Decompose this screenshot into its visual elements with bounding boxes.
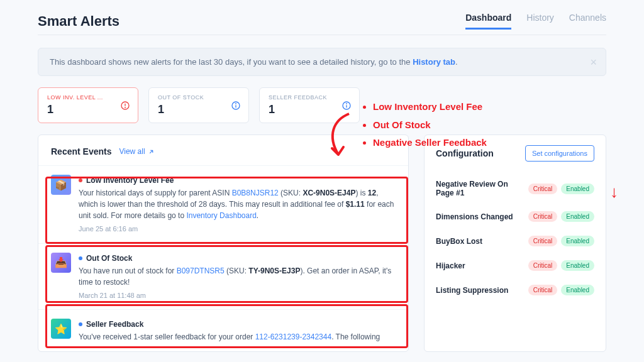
order-link[interactable]: 112-6231239-2342344 [255, 332, 331, 341]
config-row-dimensions[interactable]: Dimensions Changed CriticalEnabled [436, 204, 594, 229]
asin-link[interactable]: B0B8NJSR12 [232, 189, 279, 197]
stat-label: SELLER FEEDBACK [269, 94, 350, 101]
config-name: Negative Review On Page #1 [436, 180, 518, 197]
svg-point-2 [125, 107, 126, 107]
event-item-low-inventory[interactable]: 📦 Low Inventory Level Fee Your historica… [38, 165, 408, 243]
event-thumbnail: ⭐ [51, 319, 71, 339]
annotation-bullet: Out Of Stock [373, 116, 487, 134]
config-row-buybox[interactable]: BuyBox Lost CriticalEnabled [436, 229, 594, 253]
event-timestamp: March 21 at 11:48 am [79, 290, 396, 301]
enabled-badge: Enabled [561, 211, 594, 222]
page-header: Smart Alerts Dashboard History Channels [38, 13, 606, 35]
annotation-arrow-icon [321, 111, 352, 161]
event-title: Seller Feedback [86, 319, 143, 330]
severity-dot-icon [79, 178, 82, 182]
annotation-down-arrow-icon: ↓ [610, 182, 618, 202]
severity-dot-icon [79, 256, 82, 260]
close-icon[interactable]: × [590, 56, 597, 69]
recent-events-title: Recent Events [51, 146, 111, 156]
event-title: Low Inventory Level Fee [86, 175, 174, 186]
set-configurations-button[interactable]: Set configurations [525, 145, 594, 162]
config-row-listing-suppression[interactable]: Listing Suppression CriticalEnabled [436, 278, 594, 302]
event-thumbnail: 📥 [51, 253, 71, 273]
critical-badge: Critical [528, 211, 558, 222]
banner-text: This dashboard shows new alerts for the … [50, 57, 413, 67]
external-link-icon [148, 148, 155, 155]
critical-badge: Critical [528, 285, 558, 295]
stat-value: 1 [158, 103, 240, 116]
annotation-bullet: Negative Seller Feedback [373, 134, 487, 152]
enabled-badge: Enabled [561, 184, 594, 194]
banner-text-after: . [455, 57, 458, 67]
annotation-bullet-list: Low Inventory Level Fee Out Of Stock Neg… [362, 98, 487, 152]
event-title: Out Of Stock [86, 253, 132, 264]
event-body: Out Of Stock You have run out of stock f… [79, 253, 396, 301]
sku: TY-9N0S-EJ3P [248, 266, 300, 275]
stat-out-of-stock[interactable]: OUT OF STOCK 1 [148, 87, 249, 123]
sku: XC-9N0S-EJ4P [303, 189, 355, 197]
recent-events-panel: Recent Events View all 📦 Low Inventory L… [38, 134, 409, 352]
tab-history[interactable]: History [526, 13, 554, 30]
stat-label: OUT OF STOCK [158, 94, 240, 101]
view-all-link[interactable]: View all [119, 147, 154, 156]
banner-history-link[interactable]: History tab [413, 57, 455, 67]
tab-channels[interactable]: Channels [569, 13, 606, 30]
enabled-badge: Enabled [561, 236, 594, 246]
asin-link[interactable]: B097DTNSR5 [177, 266, 225, 275]
config-name: Hijacker [436, 261, 465, 270]
info-icon [231, 101, 241, 111]
configuration-panel: Configuration Set configurations Negativ… [424, 134, 606, 352]
event-body: Low Inventory Level Fee Your historical … [79, 175, 396, 234]
info-banner: This dashboard shows new alerts for the … [38, 48, 606, 76]
tab-dashboard[interactable]: Dashboard [465, 13, 511, 30]
alert-icon [120, 101, 130, 111]
config-row-hijacker[interactable]: Hijacker CriticalEnabled [436, 253, 594, 278]
nav-tabs: Dashboard History Channels [465, 13, 606, 30]
info-icon [341, 101, 352, 111]
config-name: BuyBox Lost [436, 237, 482, 246]
config-row-negative-review[interactable]: Negative Review On Page #1 CriticalEnabl… [436, 173, 594, 204]
svg-point-8 [347, 103, 347, 104]
stat-label: LOW INV. LEVEL ... [47, 94, 129, 101]
page-title: Smart Alerts [38, 13, 119, 30]
critical-badge: Critical [528, 236, 558, 246]
annotation-bullet: Low Inventory Level Fee [373, 98, 487, 116]
stat-value: 1 [47, 103, 129, 116]
severity-dot-icon [79, 322, 82, 326]
event-thumbnail: 📦 [51, 175, 71, 195]
critical-badge: Critical [528, 184, 558, 194]
event-item-seller-feedback[interactable]: ⭐ Seller Feedback You've received 1-star… [38, 309, 408, 351]
svg-point-5 [236, 103, 236, 104]
inventory-dashboard-link[interactable]: Inventory Dashboard [186, 211, 256, 220]
config-name: Dimensions Changed [436, 212, 513, 221]
event-item-out-of-stock[interactable]: 📥 Out Of Stock You have run out of stock… [38, 243, 408, 310]
stat-low-inventory[interactable]: LOW INV. LEVEL ... 1 [38, 87, 138, 123]
enabled-badge: Enabled [561, 260, 594, 271]
critical-badge: Critical [528, 260, 558, 271]
view-all-text: View all [119, 147, 145, 156]
config-name: Listing Suppression [436, 286, 508, 295]
event-timestamp: June 25 at 6:16 am [79, 224, 396, 234]
enabled-badge: Enabled [561, 285, 594, 295]
event-body: Seller Feedback You've received 1-star s… [79, 319, 396, 343]
